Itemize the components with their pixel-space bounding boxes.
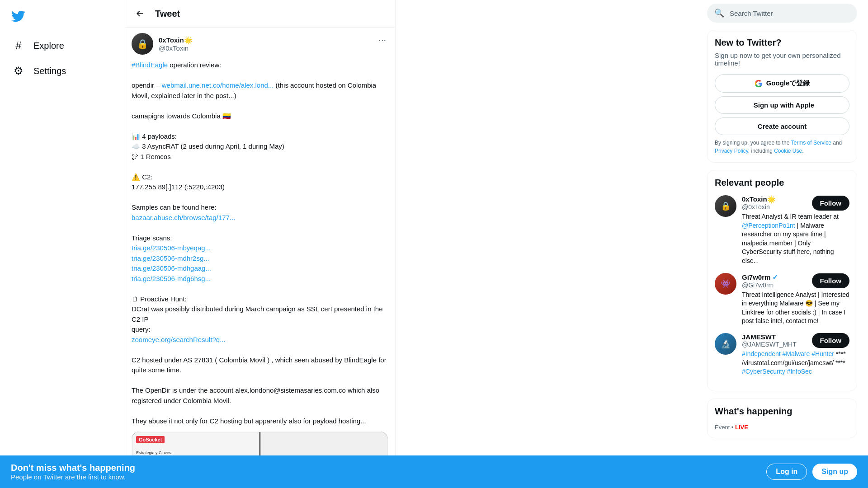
search-input-wrap[interactable]: 🔍 xyxy=(707,4,857,23)
relevant-people-title: Relevant people xyxy=(715,178,849,188)
person-name-row-jameswt: JAMESWT @JAMESWT_MHT Follow xyxy=(742,333,849,348)
person-avatar-0xtoxin[interactable]: 🔒 xyxy=(715,195,736,217)
person-name-row-gi7w0rm: Gi7w0rm ✓ @Gi7w0rm Follow xyxy=(742,273,849,289)
person-info-jameswt: JAMESWT @JAMESWT_MHT Follow #Independent… xyxy=(742,333,849,376)
new-to-twitter-subtitle: Sign up now to get your own personalized… xyxy=(715,52,849,67)
person-card-0xtoxin: 🔒 0xToxin🌟 @0xToxin Follow Threat Analys… xyxy=(715,195,849,266)
sidebar: # Explore ⚙ Settings xyxy=(0,0,124,488)
google-signup-label: Googleで登録 xyxy=(766,79,810,88)
infosec-hashtag[interactable]: #InfoSec xyxy=(787,368,812,375)
whats-happening-panel: What's happening Event • LIVE xyxy=(707,399,857,438)
bottom-bar-actions: Log in Sign up xyxy=(766,464,857,480)
independent-hashtag[interactable]: #Independent xyxy=(742,350,781,357)
sidebar-item-explore[interactable]: # Explore xyxy=(5,34,118,57)
settings-icon: ⚙ xyxy=(13,65,24,77)
blindeagle-hashtag[interactable]: #BlindEagle xyxy=(132,61,168,69)
avatar-image: 🔒 xyxy=(132,33,153,55)
person-bio-jameswt: #Independent #Malware #Hunter **** /viru… xyxy=(742,350,849,376)
main-content: Tweet 🔒 0xToxin🌟 @0xToxin ··· #BlindEagl… xyxy=(124,0,396,488)
twitter-logo[interactable] xyxy=(5,4,118,30)
search-bar: 🔍 xyxy=(707,0,857,26)
malware-hashtag[interactable]: #Malware xyxy=(783,350,810,357)
right-sidebar: 🔍 New to Twitter? Sign up now to get you… xyxy=(696,0,868,488)
follow-button-gi7w0rm[interactable]: Follow xyxy=(812,273,850,288)
apple-signup-label: Sign up with Apple xyxy=(754,101,814,109)
signup-button-bottom[interactable]: Sign up xyxy=(812,464,857,480)
triage-link-1[interactable]: tria.ge/230506-mbyeqag... xyxy=(132,244,211,252)
hunter-hashtag[interactable]: #Hunter xyxy=(811,350,834,357)
person-card-jameswt: 🔬 JAMESWT @JAMESWT_MHT Follow #Independe… xyxy=(715,333,849,376)
triage-link-2[interactable]: tria.ge/230506-mdhr2sg... xyxy=(132,254,209,262)
cookie-use-link[interactable]: Cookie Use xyxy=(774,148,802,154)
new-to-twitter-panel: New to Twitter? Sign up now to get your … xyxy=(707,30,857,163)
signup-terms: By signing up, you agree to the Terms of… xyxy=(715,139,849,155)
tweet-author-row: 🔒 0xToxin🌟 @0xToxin ··· xyxy=(132,33,388,55)
person-avatar-gi7w0rm[interactable]: 👾 xyxy=(715,273,736,295)
person-name-0xtoxin: 0xToxin🌟 @0xToxin xyxy=(742,195,776,211)
sidebar-explore-label: Explore xyxy=(33,41,64,51)
triage-link-4[interactable]: tria.ge/230506-mdg6hsg... xyxy=(132,275,211,282)
tweet-header: Tweet xyxy=(124,0,395,28)
person-bio-0xtoxin: Threat Analyst & IR team leader at @Perc… xyxy=(742,212,849,266)
search-input[interactable] xyxy=(730,9,850,17)
cybersecurity-hashtag[interactable]: #CyberSecurity xyxy=(742,368,785,375)
webmail-link[interactable]: webmail.une.net.co/home/alex.lond... xyxy=(162,81,274,89)
bazaar-link[interactable]: bazaar.abuse.ch/browse/tag/177... xyxy=(132,214,235,221)
search-icon: 🔍 xyxy=(714,8,724,18)
bottom-bar-sub-text: People on Twitter are the first to know. xyxy=(11,473,135,481)
person-info-gi7w0rm: Gi7w0rm ✓ @Gi7w0rm Follow Threat Intelli… xyxy=(742,273,849,326)
create-account-button[interactable]: Create account xyxy=(715,117,849,135)
apple-signup-button[interactable]: Sign up with Apple xyxy=(715,96,849,114)
login-button[interactable]: Log in xyxy=(766,464,807,480)
back-arrow-icon xyxy=(135,9,144,18)
more-options-button[interactable]: ··· xyxy=(377,33,388,47)
tweet-author-details: 0xToxin🌟 @0xToxin xyxy=(159,36,193,52)
twitter-bird-icon xyxy=(11,9,25,23)
follow-button-jameswt[interactable]: Follow xyxy=(812,333,850,348)
bottom-bar: Don't miss what's happening People on Tw… xyxy=(0,455,868,488)
google-icon xyxy=(755,80,763,88)
google-signup-button[interactable]: Googleで登録 xyxy=(715,74,849,93)
perception-link[interactable]: @PerceptionPo1nt xyxy=(742,222,795,229)
create-account-label: Create account xyxy=(758,122,807,130)
verified-badge-gi7w0rm: ✓ xyxy=(772,273,778,282)
tweet-author-info: 🔒 0xToxin🌟 @0xToxin xyxy=(132,33,193,55)
person-name-row-0xtoxin: 0xToxin🌟 @0xToxin Follow xyxy=(742,195,849,211)
live-badge: LIVE xyxy=(735,424,748,431)
follow-button-0xtoxin[interactable]: Follow xyxy=(812,196,850,211)
person-name-jameswt: JAMESWT @JAMESWT_MHT xyxy=(742,333,797,348)
zoomeye-link[interactable]: zoomeye.org/searchResult?q... xyxy=(132,336,226,343)
terms-of-service-link[interactable]: Terms of Service xyxy=(791,140,831,146)
sidebar-settings-label: Settings xyxy=(33,66,66,76)
page-title: Tweet xyxy=(155,9,180,19)
bottom-bar-main-text: Don't miss what's happening xyxy=(11,463,135,473)
bottom-bar-text: Don't miss what's happening People on Tw… xyxy=(11,463,135,481)
person-card-gi7w0rm: 👾 Gi7w0rm ✓ @Gi7w0rm Follow Threat Intel… xyxy=(715,273,849,326)
author-handle: @0xToxin xyxy=(159,44,193,52)
author-display-name: 0xToxin🌟 xyxy=(159,36,193,44)
tweet-text: #BlindEagle operation review: opendir – … xyxy=(132,60,388,426)
tweet-author-avatar[interactable]: 🔒 xyxy=(132,33,153,55)
person-name-gi7w0rm: Gi7w0rm ✓ @Gi7w0rm xyxy=(742,273,778,289)
person-avatar-jameswt[interactable]: 🔬 xyxy=(715,333,736,355)
person-bio-gi7w0rm: Threat Intelligence Analyst | Interested… xyxy=(742,291,849,326)
explore-icon: # xyxy=(13,39,24,52)
event-badge: Event • LIVE xyxy=(715,424,849,431)
privacy-policy-link[interactable]: Privacy Policy xyxy=(715,148,748,154)
whats-happening-title: What's happening xyxy=(715,406,849,417)
new-to-twitter-title: New to Twitter? xyxy=(715,38,849,48)
sidebar-item-settings[interactable]: ⚙ Settings xyxy=(5,59,118,83)
person-info-0xtoxin: 0xToxin🌟 @0xToxin Follow Threat Analyst … xyxy=(742,195,849,266)
tweet-body: 🔒 0xToxin🌟 @0xToxin ··· #BlindEagle oper… xyxy=(124,28,395,488)
back-button[interactable] xyxy=(132,5,148,22)
relevant-people-panel: Relevant people 🔒 0xToxin🌟 @0xToxin Foll… xyxy=(707,170,857,391)
triage-link-3[interactable]: tria.ge/230506-mdhgaag... xyxy=(132,264,211,272)
